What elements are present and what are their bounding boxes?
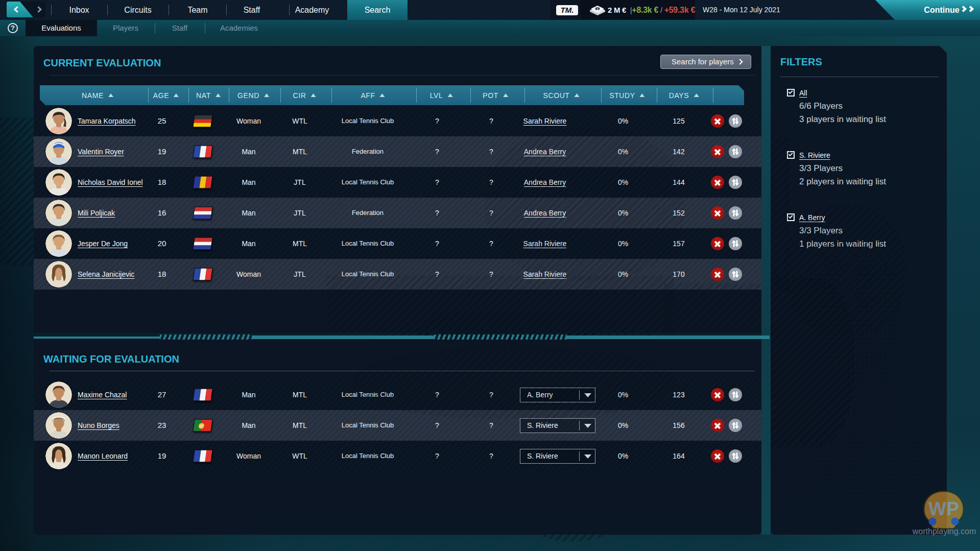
svg-text:WP: WP [928,498,959,519]
svg-text:$: $ [596,7,599,11]
